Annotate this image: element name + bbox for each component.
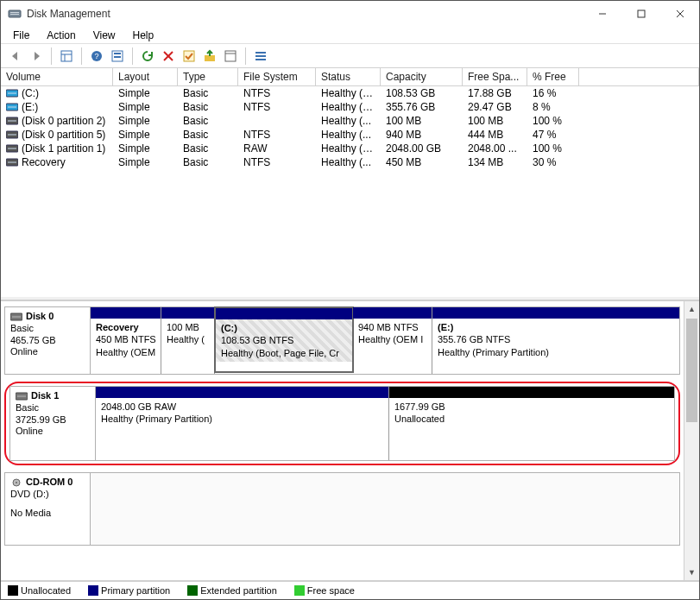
forward-button[interactable] (27, 47, 46, 66)
partition-block[interactable]: Recovery450 MB NTFSHealthy (OEM (91, 307, 161, 374)
toolbar-sep (81, 47, 82, 65)
volume-icon (6, 158, 18, 167)
volume-icon (6, 103, 18, 111)
volume-layout: Simple (113, 142, 178, 155)
back-button[interactable] (6, 47, 25, 66)
view-button[interactable] (57, 47, 76, 66)
disk-0-state: Online (10, 346, 85, 358)
scroll-up-icon[interactable]: ▲ (684, 301, 699, 317)
menu-view[interactable]: View (85, 28, 124, 43)
volume-fs: NTFS (238, 155, 316, 169)
volume-layout: Simple (113, 86, 178, 100)
disk-0-title: Disk 0 (26, 311, 54, 323)
volume-row[interactable]: (Disk 1 partition 1)SimpleBasicRAWHealth… (1, 142, 699, 155)
partition-label: 100 MBHealthy ( (161, 319, 214, 349)
col-volume[interactable]: Volume (1, 68, 113, 85)
volume-type: Basic (178, 100, 238, 114)
volume-row[interactable]: (E:)SimpleBasicNTFSHealthy (P...355.76 G… (1, 100, 699, 114)
volume-row[interactable]: (Disk 0 partition 2)SimpleBasicHealthy (… (1, 114, 699, 128)
svg-rect-14 (114, 56, 121, 58)
scroll-down-icon[interactable]: ▼ (684, 565, 699, 580)
graphical-scroll[interactable]: Disk 0 Basic 465.75 GB Online Recovery45… (1, 301, 684, 580)
export-button[interactable] (200, 47, 219, 66)
maximize-button[interactable] (621, 1, 660, 27)
partition-block[interactable]: (E:)355.76 GB NTFSHealthy (Primary Parti… (432, 307, 679, 374)
partition-bar (161, 307, 214, 319)
cdrom-title: CD-ROM 0 (26, 477, 73, 489)
cdrom-row: CD-ROM 0 DVD (D:) No Media (4, 472, 680, 546)
close-button[interactable] (660, 1, 699, 27)
help-button[interactable]: ? (87, 47, 106, 66)
svg-point-41 (16, 482, 17, 483)
volume-layout: Simple (113, 114, 178, 128)
window: Disk Management File Action View Help ? (0, 0, 700, 600)
volume-type: Basic (178, 142, 238, 155)
titlebar: Disk Management (1, 1, 699, 27)
partition-block[interactable]: 2048.00 GB RAWHealthy (Primary Partition… (96, 387, 389, 460)
settings-button[interactable] (108, 47, 127, 66)
col-status[interactable]: Status (316, 68, 381, 85)
volume-layout: Simple (113, 100, 178, 114)
disk-1-info[interactable]: Disk 1 Basic 3725.99 GB Online (9, 386, 96, 461)
volume-type: Basic (178, 155, 238, 169)
partition-label: 2048.00 GB RAWHealthy (Primary Partition… (96, 398, 388, 428)
volume-header-row: Volume Layout Type File System Status Ca… (1, 68, 699, 86)
col-type[interactable]: Type (178, 68, 238, 85)
volume-capacity: 355.76 GB (381, 100, 463, 114)
cdrom-info[interactable]: CD-ROM 0 DVD (D:) No Media (4, 472, 91, 546)
col-pfree[interactable]: % Free (527, 68, 579, 85)
volume-row[interactable]: RecoverySimpleBasicNTFSHealthy (...450 M… (1, 155, 699, 169)
col-free[interactable]: Free Spa... (463, 68, 527, 85)
check-button[interactable] (180, 47, 199, 66)
scroll-thumb[interactable] (686, 319, 697, 422)
disk-1-highlight: Disk 1 Basic 3725.99 GB Online 2048.00 G… (4, 382, 680, 465)
menu-action[interactable]: Action (38, 28, 84, 43)
menu-file[interactable]: File (4, 28, 38, 43)
partition-label: Recovery450 MB NTFSHealthy (OEM (91, 319, 161, 361)
volume-name: (Disk 0 partition 2) (22, 115, 105, 127)
list-view-button[interactable] (251, 47, 270, 66)
app-icon (8, 7, 22, 21)
delete-button[interactable] (159, 47, 178, 66)
col-layout[interactable]: Layout (113, 68, 178, 85)
volume-body[interactable]: (C:)SimpleBasicNTFSHealthy (B...108.53 G… (1, 86, 699, 297)
svg-rect-17 (184, 51, 194, 61)
volume-status: Healthy (B... (316, 86, 381, 100)
menu-help[interactable]: Help (124, 28, 163, 43)
disk-0-info[interactable]: Disk 0 Basic 465.75 GB Online (4, 306, 91, 375)
svg-rect-2 (10, 14, 19, 15)
volume-icon (6, 130, 18, 139)
toolbar: ? (1, 44, 699, 68)
volume-row[interactable]: (C:)SimpleBasicNTFSHealthy (B...108.53 G… (1, 86, 699, 100)
volume-free: 17.88 GB (463, 86, 527, 100)
cdrom-drive: DVD (D:) (10, 489, 85, 501)
col-capacity[interactable]: Capacity (381, 68, 463, 85)
volume-type: Basic (178, 86, 238, 100)
col-filesystem[interactable]: File System (238, 68, 316, 85)
disk-0-row: Disk 0 Basic 465.75 GB Online Recovery45… (4, 306, 680, 375)
partition-block[interactable]: 940 MB NTFSHealthy (OEM I (353, 307, 432, 374)
volume-row[interactable]: (Disk 0 partition 5)SimpleBasicNTFSHealt… (1, 128, 699, 142)
minimize-button[interactable] (583, 1, 621, 27)
volume-status: Healthy (P... (316, 142, 381, 155)
scrollbar[interactable]: ▲ ▼ (684, 301, 699, 580)
volume-name: (Disk 1 partition 1) (22, 142, 105, 155)
volume-capacity: 2048.00 GB (381, 142, 463, 155)
volume-type: Basic (178, 114, 238, 128)
svg-text:?: ? (94, 52, 98, 60)
volume-pfree: 100 % (527, 142, 579, 155)
volume-pfree: 8 % (527, 100, 579, 114)
disk-0-size: 465.75 GB (10, 335, 85, 347)
legend-extended: Extended partition (187, 585, 277, 596)
volume-free: 134 MB (463, 155, 527, 169)
properties-button[interactable] (221, 47, 240, 66)
refresh-button[interactable] (138, 47, 157, 66)
graphical-view: Disk 0 Basic 465.75 GB Online Recovery45… (1, 300, 699, 580)
partition-block[interactable]: (C:)108.53 GB NTFSHealthy (Boot, Page Fi… (214, 306, 354, 373)
toolbar-sep (245, 47, 246, 65)
hdd-icon (16, 392, 28, 401)
partition-block[interactable]: 100 MBHealthy ( (161, 307, 215, 374)
svg-rect-23 (255, 59, 266, 60)
partition-block[interactable]: 1677.99 GBUnallocated (389, 387, 674, 460)
disk-1-partitions: 2048.00 GB RAWHealthy (Primary Partition… (96, 386, 675, 461)
